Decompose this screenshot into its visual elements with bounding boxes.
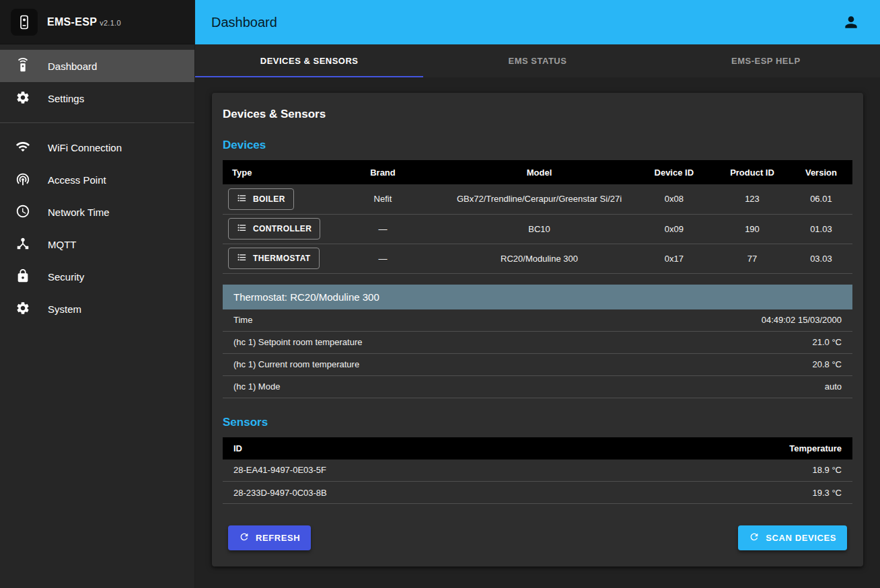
sidebar-item-network-time[interactable]: Network Time <box>0 196 194 228</box>
list-icon <box>237 252 247 264</box>
remote-device-icon <box>15 58 30 75</box>
sidebar-item-label: Security <box>48 271 84 283</box>
thermostat-device-button[interactable]: THERMOSTAT <box>228 248 320 269</box>
sidebar-divider <box>0 122 194 123</box>
cell-product-id: 190 <box>714 214 790 244</box>
detail-label: (hc 1) Setpoint room temperature <box>233 337 362 347</box>
sidebar-item-mqtt[interactable]: MQTT <box>0 228 194 260</box>
col-temperature: Temperature <box>603 437 852 460</box>
cell-device-id: 0x09 <box>633 214 714 244</box>
detail-value: 20.8 °C <box>812 359 842 369</box>
detail-label: (hc 1) Mode <box>233 381 280 392</box>
device-hub-icon <box>15 236 30 253</box>
detail-row: (hc 1) Mode auto <box>223 376 852 398</box>
panel-title: Devices & Sensors <box>223 108 852 121</box>
sensor-row: 28-EA41-9497-0E03-5F 18.9 °C <box>223 460 852 482</box>
gear-icon <box>15 90 30 107</box>
sensors-table-header-row: ID Temperature <box>223 437 852 460</box>
cell-product-id: 123 <box>714 184 790 214</box>
devices-table: Type Brand Model Device ID Product ID Ve… <box>223 160 852 274</box>
sidebar-item-label: WiFi Connection <box>48 142 122 153</box>
sensors-heading: Sensors <box>223 416 852 429</box>
cell-model: RC20/Moduline 300 <box>445 244 634 273</box>
detail-value: auto <box>825 381 842 392</box>
cell-version: 06.01 <box>790 184 852 214</box>
col-device-id: Device ID <box>633 160 714 184</box>
app-title: EMS-ESPv2.1.0 <box>47 16 121 28</box>
device-row-boiler: BOILER Nefit GBx72/Trendline/Cerapur/Gre… <box>223 184 852 214</box>
sidebar-item-label: Access Point <box>48 174 106 186</box>
tab-ems-esp-help[interactable]: EMS-ESP HELP <box>652 44 880 77</box>
scan-devices-button[interactable]: SCAN DEVICES <box>738 525 847 550</box>
app-version: v2.1.0 <box>100 19 121 27</box>
cell-sensor-temperature: 18.9 °C <box>603 460 852 482</box>
tab-devices-sensors[interactable]: DEVICES & SENSORS <box>195 44 423 77</box>
detail-row: Time 04:49:02 15/03/2000 <box>223 309 852 332</box>
col-model: Model <box>445 160 634 184</box>
refresh-icon <box>749 531 760 544</box>
action-bar: REFRESH SCAN DEVICES <box>223 525 852 550</box>
cell-sensor-id: 28-EA41-9497-0E03-5F <box>223 460 603 482</box>
content-area: Devices & Sensors Devices Type Brand Mod… <box>195 77 880 588</box>
device-detail-list: Time 04:49:02 15/03/2000 (hc 1) Setpoint… <box>223 309 852 398</box>
sidebar-item-dashboard[interactable]: Dashboard <box>0 50 194 82</box>
cell-model: BC10 <box>445 214 634 244</box>
list-icon <box>237 223 247 235</box>
device-type-label: THERMOSTAT <box>253 254 311 263</box>
sensors-table: ID Temperature 28-EA41-9497-0E03-5F 18.9… <box>223 437 852 505</box>
account-icon[interactable] <box>838 9 864 35</box>
tab-bar: DEVICES & SENSORS EMS STATUS EMS-ESP HEL… <box>195 44 880 77</box>
cell-brand: — <box>320 244 445 273</box>
wifi-icon <box>15 139 30 156</box>
sidebar-item-label: System <box>48 303 81 315</box>
col-version: Version <box>790 160 852 184</box>
list-icon <box>237 193 247 205</box>
appbar: Dashboard <box>195 0 880 44</box>
refresh-button[interactable]: REFRESH <box>228 525 311 550</box>
detail-row: (hc 1) Setpoint room temperature 21.0 °C <box>223 332 852 354</box>
cell-version: 03.03 <box>790 244 852 273</box>
detail-label: Time <box>233 315 252 325</box>
controller-device-button[interactable]: CONTROLLER <box>228 218 320 240</box>
cell-brand: Nefit <box>320 184 445 214</box>
sensor-row: 28-233D-9497-0C03-8B 19.3 °C <box>223 482 852 504</box>
tab-ems-status[interactable]: EMS STATUS <box>423 44 651 77</box>
cell-version: 01.03 <box>790 214 852 244</box>
sidebar-item-access-point[interactable]: Access Point <box>0 163 194 196</box>
cell-device-id: 0x08 <box>633 184 714 214</box>
device-row-thermostat: THERMOSTAT — RC20/Moduline 300 0x17 77 0… <box>223 244 852 273</box>
sidebar-item-system[interactable]: System <box>0 293 194 325</box>
col-product-id: Product ID <box>714 160 790 184</box>
cell-sensor-temperature: 19.3 °C <box>603 482 852 504</box>
boiler-device-button[interactable]: BOILER <box>228 188 294 210</box>
scan-devices-button-label: SCAN DEVICES <box>766 533 836 543</box>
device-type-label: CONTROLLER <box>253 224 311 233</box>
cell-sensor-id: 28-233D-9497-0C03-8B <box>223 482 603 504</box>
sidebar-item-label: MQTT <box>48 239 77 250</box>
sidebar-item-label: Network Time <box>48 207 110 218</box>
sidebar-header: EMS-ESPv2.1.0 <box>0 0 194 44</box>
detail-value: 04:49:02 15/03/2000 <box>762 315 842 325</box>
cell-model: GBx72/Trendline/Cerapur/Greenstar Si/27i <box>445 184 634 214</box>
device-detail-header: Thermostat: RC20/Moduline 300 <box>223 285 852 309</box>
sidebar-item-label: Settings <box>48 93 84 104</box>
detail-label: (hc 1) Current room temperature <box>233 359 359 369</box>
ems-esp-logo-icon <box>11 9 38 36</box>
sidebar-nav: Dashboard Settings WiFi Connection Acces <box>0 44 194 325</box>
cell-device-id: 0x17 <box>633 244 714 273</box>
clock-icon <box>15 204 30 221</box>
devices-heading: Devices <box>223 139 852 152</box>
detail-value: 21.0 °C <box>812 337 842 347</box>
app-name: EMS-ESP <box>47 16 97 28</box>
sidebar-item-settings[interactable]: Settings <box>0 82 194 114</box>
refresh-button-label: REFRESH <box>256 533 300 543</box>
devices-sensors-panel: Devices & Sensors Devices Type Brand Mod… <box>212 93 863 566</box>
sidebar-item-wifi-connection[interactable]: WiFi Connection <box>0 131 194 163</box>
main-column: Dashboard DEVICES & SENSORS EMS STATUS E… <box>195 0 880 588</box>
device-type-label: BOILER <box>253 194 285 204</box>
sidebar: EMS-ESPv2.1.0 Dashboard Settings <box>0 0 195 588</box>
col-brand: Brand <box>320 160 445 184</box>
cell-type: THERMOSTAT <box>223 244 320 273</box>
app-root: EMS-ESPv2.1.0 Dashboard Settings <box>0 0 880 588</box>
sidebar-item-security[interactable]: Security <box>0 260 194 293</box>
